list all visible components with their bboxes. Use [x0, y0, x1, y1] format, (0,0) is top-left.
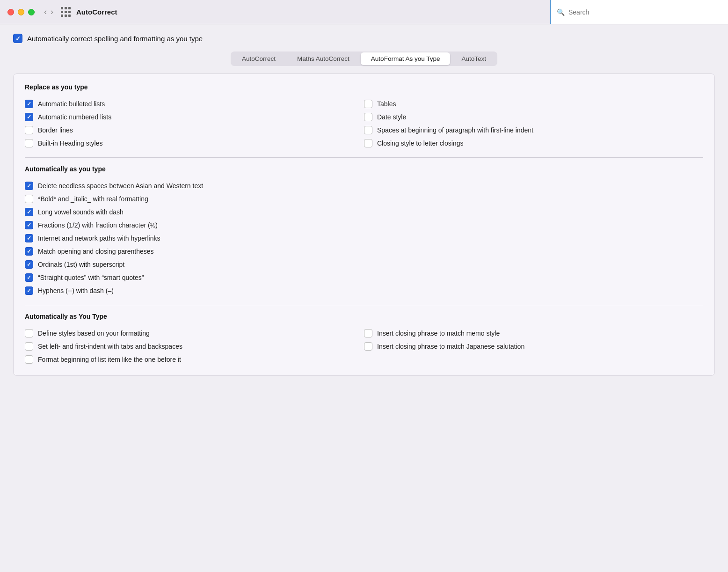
define-styles-label: Define styles based on your formatting — [38, 330, 150, 337]
bold-italic-checkbox[interactable] — [25, 195, 33, 203]
hyphens-label: Hyphens (--) with dash (–) — [38, 287, 114, 294]
built-in-heading-styles-checkbox[interactable] — [25, 139, 33, 147]
search-icon: 🔍 — [557, 8, 565, 16]
tab-autoformat-as-you-type[interactable]: AutoFormat As you Type — [361, 52, 451, 65]
minimize-button[interactable] — [18, 9, 24, 15]
hyphens-checkbox[interactable] — [25, 286, 33, 295]
fractions-label: Fractions (1/2) with fraction character … — [38, 221, 158, 229]
spaces-at-beginning-label: Spaces at beginning of paragraph with fi… — [377, 126, 533, 134]
define-styles-checkbox[interactable] — [25, 329, 33, 337]
straight-quotes-checkbox[interactable] — [25, 273, 33, 282]
forward-arrow[interactable]: › — [51, 7, 53, 17]
automatic-numbered-lists-checkbox[interactable] — [25, 113, 33, 121]
list-item: Built-in Heading styles — [25, 137, 364, 150]
nav-arrows: ‹ › — [44, 7, 53, 17]
set-indent-label: Set left- and first-indent with tabs and… — [38, 343, 182, 350]
list-item: Match opening and closing parentheses — [25, 245, 703, 258]
window-title: AutoCorrect — [76, 8, 117, 16]
straight-quotes-label: “Straight quotes” with “smart quotes” — [38, 274, 144, 281]
automatic-bulleted-lists-checkbox[interactable] — [25, 100, 33, 108]
border-lines-checkbox[interactable] — [25, 126, 33, 134]
section-automatically-as-you-type-2: Automatically as You Type Define styles … — [25, 313, 703, 366]
ordinals-checkbox[interactable] — [25, 260, 33, 269]
list-item: “Straight quotes” with “smart quotes” — [25, 271, 703, 284]
grid-icon[interactable] — [61, 7, 71, 17]
list-item: Set left- and first-indent with tabs and… — [25, 340, 364, 353]
auto-correct-spelling-label: Automatically correct spelling and forma… — [27, 35, 203, 43]
tabs-container: AutoCorrect Maths AutoCorrect AutoFormat… — [13, 51, 715, 66]
section-replace-title: Replace as you type — [25, 83, 703, 91]
internet-paths-label: Internet and network paths with hyperlin… — [38, 235, 160, 242]
list-item: Spaces at beginning of paragraph with fi… — [364, 124, 703, 137]
tables-checkbox[interactable] — [364, 100, 372, 108]
list-item: Date style — [364, 110, 703, 124]
insert-closing-japanese-checkbox[interactable] — [364, 342, 372, 351]
list-item: Insert closing phrase to match Japanese … — [364, 340, 703, 353]
format-beginning-checkbox[interactable] — [25, 355, 33, 364]
divider-2 — [25, 305, 703, 305]
section-automatically-title: Automatically as you type — [25, 165, 703, 173]
tables-label: Tables — [377, 100, 396, 108]
insert-closing-memo-checkbox[interactable] — [364, 329, 372, 337]
tabs: AutoCorrect Maths AutoCorrect AutoFormat… — [231, 51, 497, 66]
section-automatically-as-you-type: Automatically as you type Delete needles… — [25, 165, 703, 297]
auto-correct-spelling-checkbox[interactable] — [13, 34, 22, 43]
back-arrow[interactable]: ‹ — [44, 7, 47, 17]
list-item: Internet and network paths with hyperlin… — [25, 232, 703, 245]
internet-paths-checkbox[interactable] — [25, 234, 33, 242]
set-indent-checkbox[interactable] — [25, 342, 33, 351]
list-item: Automatic numbered lists — [25, 110, 364, 124]
tab-autotext[interactable]: AutoText — [451, 52, 496, 65]
titlebar: ‹ › AutoCorrect 🔍 — [0, 0, 728, 24]
insert-closing-memo-label: Insert closing phrase to match memo styl… — [377, 330, 500, 337]
border-lines-label: Border lines — [38, 126, 73, 134]
match-parentheses-label: Match opening and closing parentheses — [38, 248, 154, 255]
main-content: Automatically correct spelling and forma… — [0, 24, 728, 385]
delete-needless-spaces-checkbox[interactable] — [25, 182, 33, 190]
ordinals-label: Ordinals (1st) with superscript — [38, 261, 124, 268]
list-item: Ordinals (1st) with superscript — [25, 258, 703, 271]
divider-1 — [25, 157, 703, 158]
settings-panel: Replace as you type Automatic bulleted l… — [13, 73, 715, 376]
auto-you-type-left-column: Define styles based on your formatting S… — [25, 327, 364, 366]
long-vowel-sounds-checkbox[interactable] — [25, 208, 33, 216]
list-item: Hyphens (--) with dash (–) — [25, 284, 703, 297]
list-item: Tables — [364, 97, 703, 110]
list-item: Delete needless spaces between Asian and… — [25, 179, 703, 192]
long-vowel-sounds-label: Long vowel sounds with dash — [38, 208, 124, 216]
replace-left-column: Automatic bulleted lists Automatic numbe… — [25, 97, 364, 150]
list-item: Automatic bulleted lists — [25, 97, 364, 110]
maximize-button[interactable] — [28, 9, 35, 15]
match-parentheses-checkbox[interactable] — [25, 247, 33, 256]
traffic-lights — [7, 9, 35, 15]
list-item: Insert closing phrase to match memo styl… — [364, 327, 703, 340]
close-button[interactable] — [7, 9, 14, 15]
closing-style-checkbox[interactable] — [364, 139, 372, 147]
replace-right-column: Tables Date style Spaces at beginning of… — [364, 97, 703, 150]
list-item: Long vowel sounds with dash — [25, 205, 703, 219]
list-item: Fractions (1/2) with fraction character … — [25, 219, 703, 232]
auto-you-type-right-column: Insert closing phrase to match memo styl… — [364, 327, 703, 366]
bold-italic-label: *Bold* and _italic_ with real formatting — [38, 195, 148, 203]
built-in-heading-styles-label: Built-in Heading styles — [38, 139, 103, 147]
search-input[interactable] — [568, 8, 722, 16]
insert-closing-japanese-label: Insert closing phrase to match Japanese … — [377, 343, 524, 350]
auto-you-type-grid: Define styles based on your formatting S… — [25, 327, 703, 366]
tab-maths-autocorrect[interactable]: Maths AutoCorrect — [287, 52, 360, 65]
date-style-label: Date style — [377, 113, 406, 121]
delete-needless-spaces-label: Delete needless spaces between Asian and… — [38, 182, 203, 190]
list-item: Border lines — [25, 124, 364, 137]
spaces-at-beginning-checkbox[interactable] — [364, 126, 372, 134]
replace-checkbox-grid: Automatic bulleted lists Automatic numbe… — [25, 97, 703, 150]
fractions-checkbox[interactable] — [25, 221, 33, 229]
format-beginning-label: Format beginning of list item like the o… — [38, 356, 181, 363]
list-item: Define styles based on your formatting — [25, 327, 364, 340]
auto-type-left-column: Delete needless spaces between Asian and… — [25, 179, 703, 297]
date-style-checkbox[interactable] — [364, 113, 372, 121]
automatic-numbered-lists-label: Automatic numbered lists — [38, 113, 111, 121]
closing-style-label: Closing style to letter closings — [377, 139, 463, 147]
section-automatically-title-2: Automatically as You Type — [25, 313, 703, 320]
tab-autocorrect[interactable]: AutoCorrect — [232, 52, 286, 65]
top-checkbox-row: Automatically correct spelling and forma… — [13, 34, 715, 43]
list-item: Format beginning of list item like the o… — [25, 353, 364, 366]
